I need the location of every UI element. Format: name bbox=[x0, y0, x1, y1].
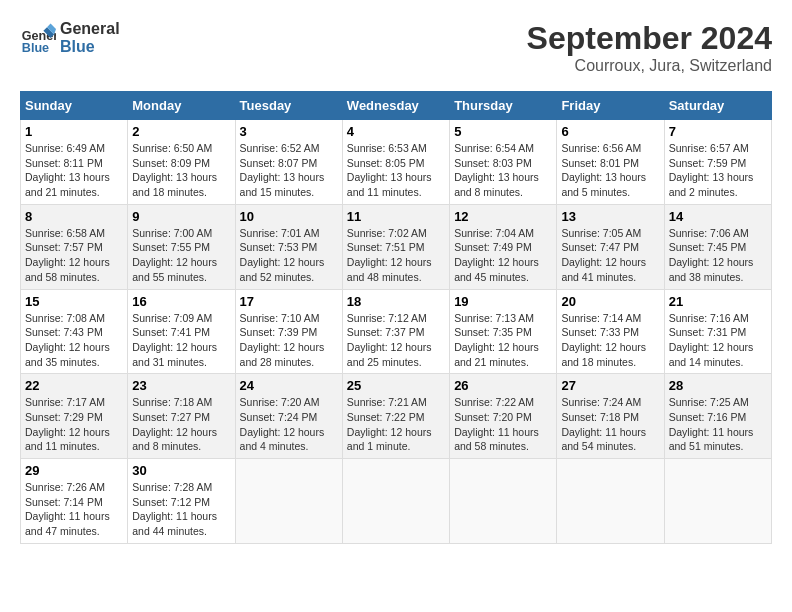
day-number: 27 bbox=[561, 378, 659, 393]
calendar-cell bbox=[342, 459, 449, 544]
calendar-cell bbox=[450, 459, 557, 544]
day-info: Sunrise: 7:05 AM Sunset: 7:47 PM Dayligh… bbox=[561, 226, 659, 285]
day-number: 18 bbox=[347, 294, 445, 309]
header-sunday: Sunday bbox=[21, 92, 128, 120]
calendar-cell bbox=[235, 459, 342, 544]
day-number: 5 bbox=[454, 124, 552, 139]
day-number: 28 bbox=[669, 378, 767, 393]
calendar-cell bbox=[557, 459, 664, 544]
calendar-cell: 15Sunrise: 7:08 AM Sunset: 7:43 PM Dayli… bbox=[21, 289, 128, 374]
logo-text-general: General bbox=[60, 20, 120, 38]
day-number: 2 bbox=[132, 124, 230, 139]
day-info: Sunrise: 6:53 AM Sunset: 8:05 PM Dayligh… bbox=[347, 141, 445, 200]
day-info: Sunrise: 7:12 AM Sunset: 7:37 PM Dayligh… bbox=[347, 311, 445, 370]
day-info: Sunrise: 7:04 AM Sunset: 7:49 PM Dayligh… bbox=[454, 226, 552, 285]
day-info: Sunrise: 7:17 AM Sunset: 7:29 PM Dayligh… bbox=[25, 395, 123, 454]
day-number: 15 bbox=[25, 294, 123, 309]
day-number: 19 bbox=[454, 294, 552, 309]
calendar-cell: 20Sunrise: 7:14 AM Sunset: 7:33 PM Dayli… bbox=[557, 289, 664, 374]
day-info: Sunrise: 6:50 AM Sunset: 8:09 PM Dayligh… bbox=[132, 141, 230, 200]
calendar-cell: 6Sunrise: 6:56 AM Sunset: 8:01 PM Daylig… bbox=[557, 120, 664, 205]
day-number: 20 bbox=[561, 294, 659, 309]
page-title: September 2024 bbox=[527, 20, 772, 57]
day-number: 8 bbox=[25, 209, 123, 224]
day-info: Sunrise: 6:58 AM Sunset: 7:57 PM Dayligh… bbox=[25, 226, 123, 285]
calendar-cell: 24Sunrise: 7:20 AM Sunset: 7:24 PM Dayli… bbox=[235, 374, 342, 459]
day-number: 22 bbox=[25, 378, 123, 393]
page-header: General Blue General Blue September 2024… bbox=[20, 20, 772, 75]
calendar-cell: 8Sunrise: 6:58 AM Sunset: 7:57 PM Daylig… bbox=[21, 204, 128, 289]
day-info: Sunrise: 6:52 AM Sunset: 8:07 PM Dayligh… bbox=[240, 141, 338, 200]
calendar-cell: 22Sunrise: 7:17 AM Sunset: 7:29 PM Dayli… bbox=[21, 374, 128, 459]
day-number: 7 bbox=[669, 124, 767, 139]
calendar-cell: 29Sunrise: 7:26 AM Sunset: 7:14 PM Dayli… bbox=[21, 459, 128, 544]
calendar-cell: 30Sunrise: 7:28 AM Sunset: 7:12 PM Dayli… bbox=[128, 459, 235, 544]
calendar-cell: 7Sunrise: 6:57 AM Sunset: 7:59 PM Daylig… bbox=[664, 120, 771, 205]
logo-icon: General Blue bbox=[20, 20, 56, 56]
day-info: Sunrise: 6:57 AM Sunset: 7:59 PM Dayligh… bbox=[669, 141, 767, 200]
day-number: 23 bbox=[132, 378, 230, 393]
calendar-cell: 5Sunrise: 6:54 AM Sunset: 8:03 PM Daylig… bbox=[450, 120, 557, 205]
day-number: 16 bbox=[132, 294, 230, 309]
header-monday: Monday bbox=[128, 92, 235, 120]
calendar-cell: 17Sunrise: 7:10 AM Sunset: 7:39 PM Dayli… bbox=[235, 289, 342, 374]
header-thursday: Thursday bbox=[450, 92, 557, 120]
day-number: 17 bbox=[240, 294, 338, 309]
calendar-cell: 12Sunrise: 7:04 AM Sunset: 7:49 PM Dayli… bbox=[450, 204, 557, 289]
logo-text-blue: Blue bbox=[60, 38, 120, 56]
day-info: Sunrise: 7:20 AM Sunset: 7:24 PM Dayligh… bbox=[240, 395, 338, 454]
calendar-cell: 28Sunrise: 7:25 AM Sunset: 7:16 PM Dayli… bbox=[664, 374, 771, 459]
header-friday: Friday bbox=[557, 92, 664, 120]
day-info: Sunrise: 7:22 AM Sunset: 7:20 PM Dayligh… bbox=[454, 395, 552, 454]
logo: General Blue General Blue bbox=[20, 20, 120, 56]
day-info: Sunrise: 7:14 AM Sunset: 7:33 PM Dayligh… bbox=[561, 311, 659, 370]
calendar-cell: 9Sunrise: 7:00 AM Sunset: 7:55 PM Daylig… bbox=[128, 204, 235, 289]
day-number: 11 bbox=[347, 209, 445, 224]
calendar-cell: 10Sunrise: 7:01 AM Sunset: 7:53 PM Dayli… bbox=[235, 204, 342, 289]
calendar-week-row: 1Sunrise: 6:49 AM Sunset: 8:11 PM Daylig… bbox=[21, 120, 772, 205]
day-info: Sunrise: 7:13 AM Sunset: 7:35 PM Dayligh… bbox=[454, 311, 552, 370]
day-info: Sunrise: 6:54 AM Sunset: 8:03 PM Dayligh… bbox=[454, 141, 552, 200]
calendar-cell: 11Sunrise: 7:02 AM Sunset: 7:51 PM Dayli… bbox=[342, 204, 449, 289]
day-info: Sunrise: 7:08 AM Sunset: 7:43 PM Dayligh… bbox=[25, 311, 123, 370]
day-info: Sunrise: 7:18 AM Sunset: 7:27 PM Dayligh… bbox=[132, 395, 230, 454]
calendar-cell: 26Sunrise: 7:22 AM Sunset: 7:20 PM Dayli… bbox=[450, 374, 557, 459]
day-number: 21 bbox=[669, 294, 767, 309]
day-info: Sunrise: 7:26 AM Sunset: 7:14 PM Dayligh… bbox=[25, 480, 123, 539]
calendar-cell: 21Sunrise: 7:16 AM Sunset: 7:31 PM Dayli… bbox=[664, 289, 771, 374]
day-info: Sunrise: 7:06 AM Sunset: 7:45 PM Dayligh… bbox=[669, 226, 767, 285]
day-info: Sunrise: 7:24 AM Sunset: 7:18 PM Dayligh… bbox=[561, 395, 659, 454]
calendar-cell: 23Sunrise: 7:18 AM Sunset: 7:27 PM Dayli… bbox=[128, 374, 235, 459]
day-number: 26 bbox=[454, 378, 552, 393]
day-info: Sunrise: 7:00 AM Sunset: 7:55 PM Dayligh… bbox=[132, 226, 230, 285]
day-number: 3 bbox=[240, 124, 338, 139]
calendar-cell: 27Sunrise: 7:24 AM Sunset: 7:18 PM Dayli… bbox=[557, 374, 664, 459]
calendar-cell: 18Sunrise: 7:12 AM Sunset: 7:37 PM Dayli… bbox=[342, 289, 449, 374]
day-number: 25 bbox=[347, 378, 445, 393]
day-number: 30 bbox=[132, 463, 230, 478]
calendar-cell: 3Sunrise: 6:52 AM Sunset: 8:07 PM Daylig… bbox=[235, 120, 342, 205]
day-info: Sunrise: 7:09 AM Sunset: 7:41 PM Dayligh… bbox=[132, 311, 230, 370]
calendar-cell: 4Sunrise: 6:53 AM Sunset: 8:05 PM Daylig… bbox=[342, 120, 449, 205]
day-info: Sunrise: 7:21 AM Sunset: 7:22 PM Dayligh… bbox=[347, 395, 445, 454]
day-info: Sunrise: 7:10 AM Sunset: 7:39 PM Dayligh… bbox=[240, 311, 338, 370]
day-number: 1 bbox=[25, 124, 123, 139]
day-number: 4 bbox=[347, 124, 445, 139]
day-info: Sunrise: 7:28 AM Sunset: 7:12 PM Dayligh… bbox=[132, 480, 230, 539]
day-number: 24 bbox=[240, 378, 338, 393]
day-info: Sunrise: 7:16 AM Sunset: 7:31 PM Dayligh… bbox=[669, 311, 767, 370]
day-info: Sunrise: 7:01 AM Sunset: 7:53 PM Dayligh… bbox=[240, 226, 338, 285]
calendar-cell: 16Sunrise: 7:09 AM Sunset: 7:41 PM Dayli… bbox=[128, 289, 235, 374]
calendar-table: SundayMondayTuesdayWednesdayThursdayFrid… bbox=[20, 91, 772, 544]
day-number: 10 bbox=[240, 209, 338, 224]
svg-text:Blue: Blue bbox=[22, 41, 49, 55]
header-saturday: Saturday bbox=[664, 92, 771, 120]
day-info: Sunrise: 6:56 AM Sunset: 8:01 PM Dayligh… bbox=[561, 141, 659, 200]
day-info: Sunrise: 7:25 AM Sunset: 7:16 PM Dayligh… bbox=[669, 395, 767, 454]
calendar-cell: 1Sunrise: 6:49 AM Sunset: 8:11 PM Daylig… bbox=[21, 120, 128, 205]
day-number: 13 bbox=[561, 209, 659, 224]
day-number: 29 bbox=[25, 463, 123, 478]
calendar-cell: 25Sunrise: 7:21 AM Sunset: 7:22 PM Dayli… bbox=[342, 374, 449, 459]
day-info: Sunrise: 7:02 AM Sunset: 7:51 PM Dayligh… bbox=[347, 226, 445, 285]
page-subtitle: Courroux, Jura, Switzerland bbox=[527, 57, 772, 75]
